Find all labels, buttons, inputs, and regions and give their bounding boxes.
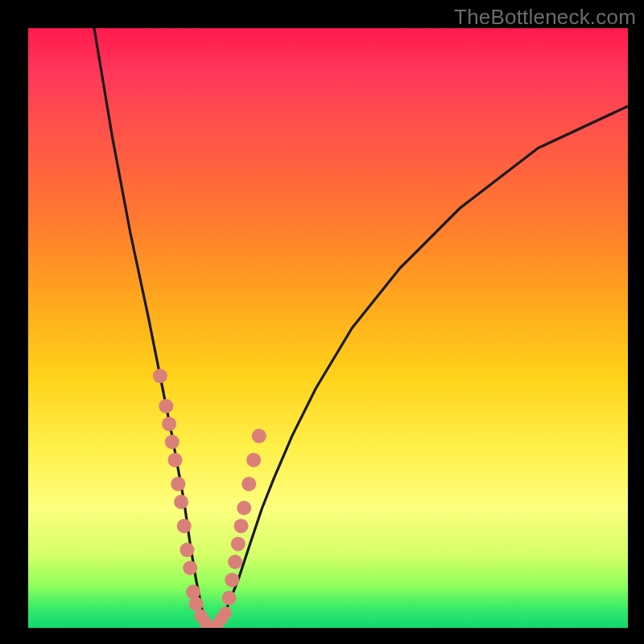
plot-area [28,28,628,628]
data-dot [228,555,242,569]
data-dot [246,452,261,467]
data-dot [222,591,237,605]
data-dot [174,495,188,510]
data-dot [180,543,194,557]
data-dot [231,537,246,551]
chart-frame: TheBottleneck.com [0,0,644,644]
dots-group [153,369,266,628]
data-dot [234,518,249,533]
data-dot [183,561,197,576]
data-dot [171,477,185,491]
data-dot [165,435,180,449]
data-dot [242,477,256,491]
data-dot [162,417,176,431]
watermark-text: TheBottleneck.com [454,5,636,30]
data-dot [159,398,173,413]
data-dot [189,597,204,611]
data-dot [177,518,192,533]
data-dot [252,429,266,444]
data-dot [225,572,239,587]
data-dot [153,369,167,383]
data-dot [219,606,232,619]
bottleneck-curve-svg [28,28,628,628]
bottleneck-curve-path [94,28,628,628]
data-dot [237,501,251,515]
data-dot [168,452,183,467]
